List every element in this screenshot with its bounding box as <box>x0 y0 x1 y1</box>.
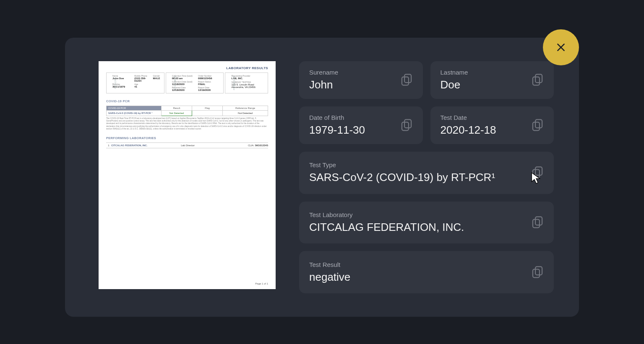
field-value: 2020-12-18 <box>441 124 525 137</box>
close-icon <box>555 42 566 53</box>
field-lastname: Lastname Doe <box>430 61 554 99</box>
field-value: negative <box>309 271 524 284</box>
svg-rect-7 <box>404 119 411 128</box>
close-button[interactable] <box>543 29 579 65</box>
section-covid-heading: COVID-19 PCR <box>106 99 268 103</box>
field-value: John <box>309 78 394 91</box>
copy-icon[interactable] <box>531 73 544 87</box>
provider-block: PROVIDER Requesting ProviderLAB, INC. SA… <box>225 72 268 93</box>
field-value: CITCALAG FEDERATION, INC. <box>309 221 524 234</box>
svg-rect-15 <box>535 266 542 275</box>
fine-print: The COVID-19 Real-Time RT-PCR test is a … <box>106 117 268 130</box>
field-label: Date of Birth <box>309 114 394 121</box>
field-dob: Date of Birth 1979-11-30 <box>299 106 423 144</box>
svg-rect-10 <box>533 170 540 178</box>
svg-rect-2 <box>402 77 408 85</box>
field-test-result: Test Result negative <box>299 251 554 293</box>
copy-icon[interactable] <box>531 266 544 279</box>
copy-icon[interactable] <box>531 166 544 179</box>
result-table: COVID-19 PCR Result Flag Reference Range… <box>106 106 268 116</box>
document-preview: LABORATORY RESULTS PATIENT NameJohn Doe … <box>99 61 276 289</box>
svg-rect-6 <box>402 122 408 131</box>
section-labs-heading: PERFORMING LABORATORIES <box>106 136 268 140</box>
field-value: SARS-CoV-2 (COVID-19) by RT-PCR¹ <box>309 171 524 184</box>
svg-rect-4 <box>533 77 540 85</box>
field-label: Surename <box>309 69 394 76</box>
field-label: Test Type <box>309 161 524 168</box>
copy-icon[interactable] <box>531 216 544 229</box>
field-test-type: Test Type SARS-CoV-2 (COVID-19) by RT-PC… <box>299 152 554 194</box>
field-label: Test Laboratory <box>309 211 524 218</box>
doc-title: LABORATORY RESULTS <box>106 66 268 70</box>
extraction-modal: LABORATORY RESULTS PATIENT NameJohn Doe … <box>65 38 579 317</box>
svg-rect-9 <box>535 119 542 128</box>
field-value: 1979-11-30 <box>309 124 394 137</box>
svg-rect-12 <box>533 220 540 228</box>
copy-icon[interactable] <box>400 119 413 132</box>
specimen-block: SPECIMEN Collection Time (local)08:03 am… <box>166 72 224 93</box>
svg-rect-13 <box>535 217 542 225</box>
field-label: Lastname <box>441 69 525 76</box>
copy-icon[interactable] <box>400 73 413 87</box>
svg-rect-14 <box>533 269 540 277</box>
extracted-fields: Surename John Lastname Doe Date of Birth… <box>299 61 554 293</box>
page-number: Page 1 of 1 <box>255 282 268 285</box>
copy-icon[interactable] <box>531 119 544 132</box>
lab-row: 1 CITCALAG FEDERATION, INC. Lab Director… <box>106 142 268 148</box>
field-surename: Surename John <box>299 61 423 99</box>
svg-rect-8 <box>533 122 540 131</box>
patient-block: PATIENT NameJohn Doe Mobile Phone(312) 3… <box>106 72 164 93</box>
field-label: Test Result <box>309 261 524 268</box>
svg-rect-3 <box>404 74 411 83</box>
svg-rect-11 <box>535 167 542 176</box>
field-test-lab: Test Laboratory CITCALAG FEDERATION, INC… <box>299 202 554 244</box>
doc-info-row: PATIENT NameJohn Doe Mobile Phone(312) 3… <box>106 72 268 93</box>
field-test-date: Test Date 2020-12-18 <box>430 106 554 144</box>
svg-rect-5 <box>535 74 542 83</box>
field-label: Test Date <box>441 114 525 121</box>
field-value: Doe <box>441 78 525 91</box>
